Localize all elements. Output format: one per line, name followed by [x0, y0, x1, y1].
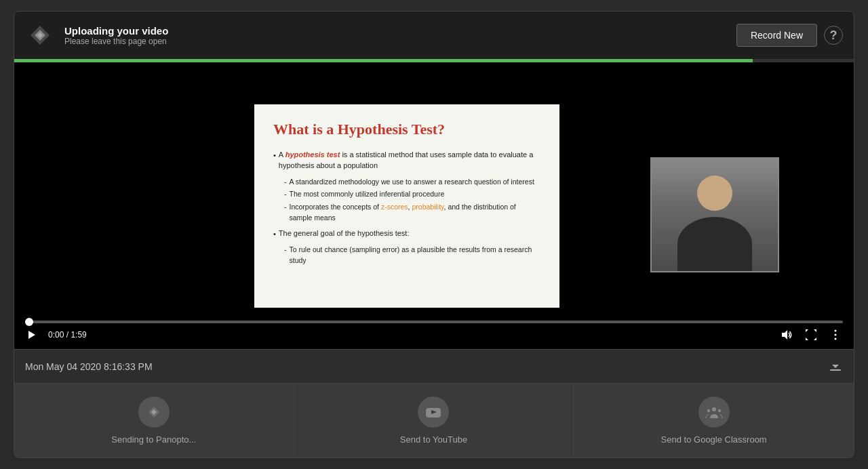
person-head	[697, 176, 732, 211]
svg-point-8	[712, 407, 716, 411]
slide-content: What is a Hypothesis Test? • A hypothesi…	[254, 104, 559, 308]
webcam-overlay	[650, 157, 779, 272]
share-row: Sending to Panopto... Send to YouTube	[14, 383, 854, 457]
bullet-1-text: A hypothesis test is a statistical metho…	[279, 149, 540, 171]
header-text: Uploading your video Please leave this p…	[64, 25, 168, 46]
panopto-share-icon	[138, 396, 170, 428]
app-window: Uploading your video Please leave this p…	[14, 11, 854, 458]
header: Uploading your video Please leave this p…	[14, 12, 854, 59]
fullscreen-icon	[805, 329, 817, 341]
video-controls: 0:00 / 1:59	[14, 317, 854, 349]
bullet-dot-1: •	[273, 150, 276, 171]
play-icon	[26, 329, 37, 340]
download-icon	[828, 357, 843, 372]
google-classroom-label: Send to Google Classroom	[661, 434, 767, 445]
sub-bullet-4: ‐ To rule out chance (sampling error) as…	[284, 245, 540, 266]
panopto-logo-icon	[25, 20, 55, 50]
svg-point-4	[835, 338, 837, 340]
z-scores-link: z-scores	[381, 203, 408, 211]
bullet-dot-2: •	[273, 228, 276, 240]
svg-marker-1	[782, 330, 787, 340]
video-progress-thumb[interactable]	[25, 318, 33, 326]
svg-point-10	[717, 409, 720, 412]
download-button[interactable]	[828, 357, 843, 375]
youtube-label: Send to YouTube	[400, 434, 467, 445]
google-classroom-share-icon	[698, 396, 730, 428]
sub-bullets-2: ‐ To rule out chance (sampling error) as…	[284, 245, 540, 266]
youtube-icon	[425, 403, 442, 421]
sub-bullet-1: ‐ A standardized methodology we use to a…	[284, 177, 540, 188]
svg-marker-0	[28, 331, 35, 339]
send-to-google-classroom-button[interactable]: Send to Google Classroom	[574, 384, 854, 457]
sub-bullet-2: ‐ The most commonly utilized inferential…	[284, 189, 540, 200]
sub-bullet-3: ‐ Incorporates the concepts of z-scores,…	[284, 202, 540, 224]
svg-point-3	[835, 334, 837, 336]
header-left: Uploading your video Please leave this p…	[25, 20, 168, 50]
probability-link: probability	[412, 203, 443, 211]
recording-date: Mon May 04 2020 8:16:33 PM	[25, 361, 153, 372]
fullscreen-button[interactable]	[804, 327, 818, 342]
google-classroom-icon	[705, 403, 723, 421]
send-to-panopto-button[interactable]: Sending to Panopto...	[14, 384, 294, 457]
panopto-icon	[145, 403, 163, 421]
webcam-person	[652, 159, 778, 271]
svg-point-9	[707, 409, 709, 412]
info-bar: Mon May 04 2020 8:16:33 PM	[14, 349, 854, 383]
slide-bullet-2: • The general goal of the hypothesis tes…	[273, 228, 540, 240]
help-icon: ?	[830, 28, 837, 43]
help-button[interactable]: ?	[824, 26, 843, 45]
video-progress-track[interactable]	[25, 321, 843, 323]
slide-bullet-1: • A hypothesis test is a statistical met…	[273, 149, 540, 171]
youtube-share-icon	[418, 396, 449, 428]
slide-body: • A hypothesis test is a statistical met…	[273, 149, 540, 266]
header-wrapper: Uploading your video Please leave this p…	[14, 12, 854, 62]
more-options-button[interactable]	[828, 327, 843, 342]
upload-subtitle: Please leave this page open	[64, 37, 168, 46]
volume-button[interactable]	[779, 327, 794, 342]
svg-point-2	[835, 330, 837, 332]
slide-title: What is a Hypothesis Test?	[273, 121, 540, 138]
upload-title: Uploading your video	[64, 25, 168, 37]
video-area: What is a Hypothesis Test? • A hypothesi…	[14, 62, 854, 349]
hypothesis-test-italic: hypothesis test	[285, 150, 340, 159]
panopto-label: Sending to Panopto...	[111, 434, 196, 445]
svg-rect-5	[830, 369, 841, 371]
header-right: Record New ?	[736, 24, 843, 47]
sub-bullets-1: ‐ A standardized methodology we use to a…	[284, 177, 540, 224]
play-button[interactable]	[25, 328, 39, 342]
controls-row: 0:00 / 1:59	[25, 327, 843, 342]
person-body	[677, 217, 752, 271]
record-new-button[interactable]: Record New	[736, 24, 817, 47]
volume-icon	[781, 329, 793, 341]
time-display: 0:00 / 1:59	[48, 330, 770, 340]
more-options-icon	[829, 329, 842, 341]
send-to-youtube-button[interactable]: Send to YouTube	[294, 384, 574, 457]
